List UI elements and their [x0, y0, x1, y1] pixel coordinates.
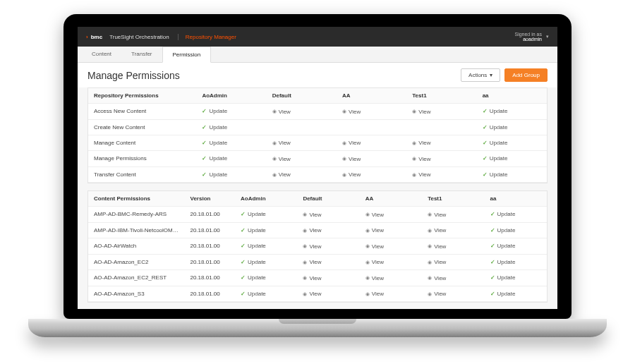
permission-cell[interactable]: Update: [235, 222, 297, 238]
table-row: AMP-AD-IBM-Tivoli-NetcoolOMN...20.18.01.…: [88, 222, 547, 238]
permission-cell[interactable]: View: [360, 254, 422, 270]
permission-cell[interactable]: Update: [196, 166, 266, 183]
table-row: Manage PermissionsUpdateViewViewViewUpda…: [88, 151, 547, 167]
chevron-down-icon: ▾: [546, 34, 549, 40]
add-group-button[interactable]: Add Group: [504, 68, 548, 82]
content-area: Repository PermissionsAoAdminDefaultAATe…: [78, 87, 557, 309]
row-version: 20.18.01.00: [185, 238, 236, 255]
permission-cell[interactable]: View: [360, 207, 422, 223]
signed-in-label: Signed in as: [514, 32, 542, 37]
permission-cell[interactable]: View: [360, 286, 422, 302]
permission-cell[interactable]: View: [360, 238, 422, 255]
permission-cell[interactable]: View: [337, 151, 406, 167]
column-header-group[interactable]: Test1: [422, 191, 484, 207]
permission-cell[interactable]: Update: [196, 119, 266, 135]
permission-cell[interactable]: View: [337, 104, 406, 120]
permission-cell[interactable]: Update: [485, 222, 547, 238]
permission-cell[interactable]: View: [406, 135, 476, 151]
permission-cell[interactable]: View: [337, 166, 406, 183]
permission-cell[interactable]: Update: [485, 238, 547, 255]
permission-cell[interactable]: View: [297, 254, 359, 270]
tab-permission[interactable]: Permission: [162, 47, 212, 63]
permission-cell[interactable]: View: [297, 286, 359, 302]
permission-cell[interactable]: [267, 119, 337, 135]
permission-cell[interactable]: Update: [235, 270, 297, 286]
permission-cell[interactable]: View: [422, 238, 484, 255]
permission-cell[interactable]: Update: [477, 104, 547, 120]
actions-button[interactable]: Actions ▾: [461, 68, 500, 82]
permission-cell[interactable]: View: [297, 238, 359, 255]
column-header-version: Version: [185, 191, 236, 207]
permission-cell[interactable]: View: [422, 222, 484, 238]
permission-cell[interactable]: View: [267, 135, 337, 151]
permission-cell[interactable]: Update: [196, 104, 266, 120]
logo-icon: ›: [86, 34, 88, 40]
column-header-group[interactable]: AoAdmin: [235, 191, 297, 207]
tab-content[interactable]: Content: [82, 47, 121, 62]
permission-cell[interactable]: View: [422, 207, 484, 223]
row-label: Manage Content: [88, 135, 196, 151]
chevron-down-icon: ▾: [490, 72, 492, 78]
permission-cell[interactable]: View: [267, 166, 337, 183]
table-row: AMP-AD-BMC-Remedy-ARS20.18.01.00UpdateVi…: [88, 207, 547, 223]
permission-cell[interactable]: View: [360, 222, 422, 238]
permission-cell[interactable]: Update: [485, 270, 547, 286]
permission-cell[interactable]: View: [406, 104, 476, 120]
row-label: AO-AD-Amazon_EC2: [88, 254, 185, 270]
tab-transfer[interactable]: Transfer: [121, 47, 162, 62]
permission-cell[interactable]: View: [337, 135, 406, 151]
row-version: 20.18.01.00: [185, 222, 236, 238]
permission-cell[interactable]: Update: [196, 151, 266, 167]
permission-cell[interactable]: Update: [196, 135, 266, 151]
permission-cell[interactable]: Update: [235, 286, 297, 302]
content-permissions-table: Content PermissionsVersionAoAdminDefault…: [88, 191, 547, 302]
row-label: AO-AD-AirWatch: [88, 238, 185, 255]
permission-cell[interactable]: Update: [477, 166, 547, 183]
permission-cell[interactable]: View: [406, 151, 476, 167]
permission-cell[interactable]: View: [422, 254, 484, 270]
subproduct-name[interactable]: Repository Manager: [178, 34, 236, 40]
permission-cell[interactable]: View: [297, 207, 359, 223]
permission-cell[interactable]: Update: [485, 207, 547, 223]
table-row: Transfer ContentUpdateViewViewViewUpdate: [88, 166, 547, 183]
column-header-group[interactable]: AoAdmin: [196, 88, 266, 104]
product-name: TrueSight Orchestration: [109, 34, 169, 40]
column-header-group[interactable]: Test1: [406, 88, 476, 104]
permission-cell[interactable]: [406, 119, 476, 135]
brand-logo: › bmc: [86, 34, 102, 40]
row-label: AMP-AD-IBM-Tivoli-NetcoolOMN...: [88, 222, 185, 238]
page-title: Manage Permissions: [87, 70, 180, 81]
brand-text: bmc: [91, 34, 102, 40]
table-row: Manage ContentUpdateViewViewViewUpdate: [88, 135, 547, 151]
column-header-group[interactable]: aa: [477, 88, 547, 104]
table-row: AO-AD-Amazon_EC2_REST20.18.01.00UpdateVi…: [88, 270, 547, 286]
permission-cell[interactable]: View: [360, 270, 422, 286]
permission-cell[interactable]: Update: [235, 207, 297, 223]
permission-cell[interactable]: View: [422, 270, 484, 286]
permission-cell[interactable]: Update: [235, 238, 297, 255]
permission-cell[interactable]: [337, 119, 406, 135]
permission-cell[interactable]: Update: [477, 135, 547, 151]
permission-cell[interactable]: View: [267, 151, 337, 167]
permission-cell[interactable]: View: [422, 286, 484, 302]
permission-cell[interactable]: View: [267, 104, 337, 120]
column-header-group[interactable]: Default: [297, 191, 359, 207]
tab-bar: ContentTransferPermission: [78, 47, 557, 63]
row-version: 20.18.01.00: [185, 270, 236, 286]
permission-cell[interactable]: Update: [485, 254, 547, 270]
permission-cell[interactable]: Update: [485, 286, 547, 302]
permission-cell[interactable]: View: [406, 166, 476, 183]
column-header-group[interactable]: Default: [267, 88, 337, 104]
column-header-group[interactable]: AA: [360, 191, 422, 207]
row-label: Manage Permissions: [88, 151, 196, 167]
permission-cell[interactable]: Update: [477, 151, 547, 167]
row-label: AO-AD-Amazon_S3: [88, 286, 185, 302]
permission-cell[interactable]: View: [297, 222, 359, 238]
column-header-group[interactable]: AA: [337, 88, 406, 104]
permission-cell[interactable]: View: [297, 270, 359, 286]
user-menu[interactable]: Signed in as aoadmin ▾: [514, 32, 549, 42]
column-header-group[interactable]: aa: [485, 191, 547, 207]
permission-cell[interactable]: Update: [477, 119, 547, 135]
app-viewport: › bmc TrueSight Orchestration Repository…: [78, 27, 557, 309]
permission-cell[interactable]: Update: [235, 254, 297, 270]
